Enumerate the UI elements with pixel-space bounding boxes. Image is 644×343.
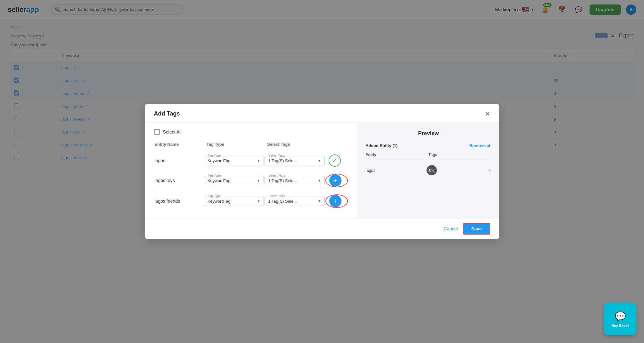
add-btn-wrapper: + xyxy=(325,194,348,208)
tag-circle: BK xyxy=(427,165,437,175)
plus-icon: + xyxy=(333,198,337,205)
select-tags-chevron: ▼ xyxy=(318,199,321,203)
modal-right-panel: Preview Added Entity (1) Remove all Enti… xyxy=(358,123,499,218)
check-icon: ✓ xyxy=(332,157,337,164)
select-tags-select[interactable]: Select Tags 1 Tag(S) Sele... ▼ xyxy=(264,176,324,185)
tag-type-cell: Tag Type KeywordTag ▼ xyxy=(204,171,264,190)
tag-type-select[interactable]: Tag Type KeywordTag ▼ xyxy=(204,197,264,206)
select-all-row: Select All xyxy=(154,129,349,135)
add-btn-wrapper: + xyxy=(325,174,348,187)
tag-type-label: Tag Type xyxy=(207,174,222,177)
select-tags-label: Select Tags xyxy=(267,154,286,157)
tag-type-label: Tag Type xyxy=(207,154,222,157)
select-tags-select[interactable]: Select Tags 1 Tag(S) Sele... ▼ xyxy=(264,197,324,206)
entity-row: lagos toys Tag Type KeywordTag ▼ Select … xyxy=(155,171,348,190)
preview-tags-area: BK xyxy=(427,165,487,175)
tag-type-chevron: ▼ xyxy=(257,199,260,203)
select-tags-label: Select Tags xyxy=(267,174,286,177)
chat-label: Hey there! xyxy=(611,324,629,328)
preview-entity-name: lagos xyxy=(366,168,427,173)
entity-name: lagos xyxy=(155,151,203,170)
tag-type-select[interactable]: Tag Type KeywordTag ▼ xyxy=(204,176,264,185)
preview-title: Preview xyxy=(366,130,492,137)
select-all-checkbox[interactable] xyxy=(154,129,160,135)
th-tag-type: Tag Type xyxy=(204,142,264,151)
tag-type-value: KeywordTag xyxy=(207,158,231,163)
tag-type-label: Tag Type xyxy=(207,194,222,198)
tag-type-chevron: ▼ xyxy=(257,159,260,162)
select-tags-value: 1 Tag(S) Sele... xyxy=(268,158,297,163)
action-cell: + xyxy=(325,191,348,211)
modal-close-button[interactable]: ✕ xyxy=(485,111,490,117)
modal-header: Add Tags ✕ xyxy=(145,104,499,123)
added-entity-label: Added Entity (1) xyxy=(366,143,398,148)
select-all-label: Select All xyxy=(163,129,182,134)
select-tags-chevron: ▼ xyxy=(318,179,321,182)
modal-title: Add Tags xyxy=(154,110,180,117)
modal-body: Select All Entity Name Tag Type Select T… xyxy=(145,123,499,218)
add-tags-modal: Add Tags ✕ Select All Entity Name Tag Ty… xyxy=(145,104,499,239)
th-entity-name: Entity Name xyxy=(155,142,203,151)
select-tags-cell: Select Tags 1 Tag(S) Sele... ▼ xyxy=(264,171,324,190)
action-cell: + xyxy=(325,171,348,190)
tag-type-cell: Tag Type KeywordTag ▼ xyxy=(204,191,264,211)
select-tags-cell: Select Tags 1 Tag(S) Sele... ▼ xyxy=(264,151,324,170)
select-tags-label: Select Tags xyxy=(267,194,286,198)
remove-all-button[interactable]: Remove all xyxy=(469,143,492,148)
modal-footer: Cancel Save xyxy=(145,218,499,239)
entity-table: Entity Name Tag Type Select Tags lagos T… xyxy=(154,141,349,212)
preview-remove-button[interactable]: ✕ xyxy=(487,167,492,173)
select-tags-cell: Select Tags 1 Tag(S) Sele... ▼ xyxy=(264,191,324,211)
preview-th-entity: Entity xyxy=(366,153,429,157)
add-button[interactable]: + xyxy=(329,195,341,207)
select-tags-value: 1 Tag(S) Sele... xyxy=(268,178,297,183)
cancel-button[interactable]: Cancel xyxy=(444,226,458,231)
entity-name: lagos toys xyxy=(155,171,203,190)
th-action xyxy=(325,142,348,151)
modal-left-panel: Select All Entity Name Tag Type Select T… xyxy=(145,123,358,218)
tag-type-select[interactable]: Tag Type KeywordTag ▼ xyxy=(204,156,264,165)
tag-type-value: KeywordTag xyxy=(207,178,231,183)
preview-table-header: Entity Tags xyxy=(366,153,492,160)
confirm-button[interactable]: ✓ xyxy=(329,154,341,167)
plus-icon: + xyxy=(333,177,337,184)
entity-row: lagos friends Tag Type KeywordTag ▼ Sele… xyxy=(155,191,348,211)
tag-type-chevron: ▼ xyxy=(257,179,260,182)
preview-th-tags: Tags xyxy=(428,153,492,157)
chat-widget[interactable]: 💬 Hey there! xyxy=(604,303,636,335)
modal-overlay: Add Tags ✕ Select All Entity Name Tag Ty… xyxy=(0,0,644,343)
select-tags-value: 1 Tag(S) Sele... xyxy=(268,199,297,204)
tag-type-cell: Tag Type KeywordTag ▼ xyxy=(204,151,264,170)
select-tags-select[interactable]: Select Tags 1 Tag(S) Sele... ▼ xyxy=(264,156,324,165)
th-select-tags: Select Tags xyxy=(264,142,324,151)
entity-row: lagos Tag Type KeywordTag ▼ Select Tags … xyxy=(155,151,348,170)
save-button[interactable]: Save xyxy=(463,223,490,235)
entity-name: lagos friends xyxy=(155,191,203,211)
chat-icon: 💬 xyxy=(615,311,626,322)
preview-rows: lagos BK ✕ xyxy=(366,162,492,178)
preview-row: lagos BK ✕ xyxy=(366,162,492,178)
add-button[interactable]: + xyxy=(329,174,341,187)
tag-type-value: KeywordTag xyxy=(207,199,231,204)
action-cell: ✓ xyxy=(325,151,348,170)
select-tags-chevron: ▼ xyxy=(318,159,321,162)
preview-added-entity-row: Added Entity (1) Remove all xyxy=(366,143,492,148)
